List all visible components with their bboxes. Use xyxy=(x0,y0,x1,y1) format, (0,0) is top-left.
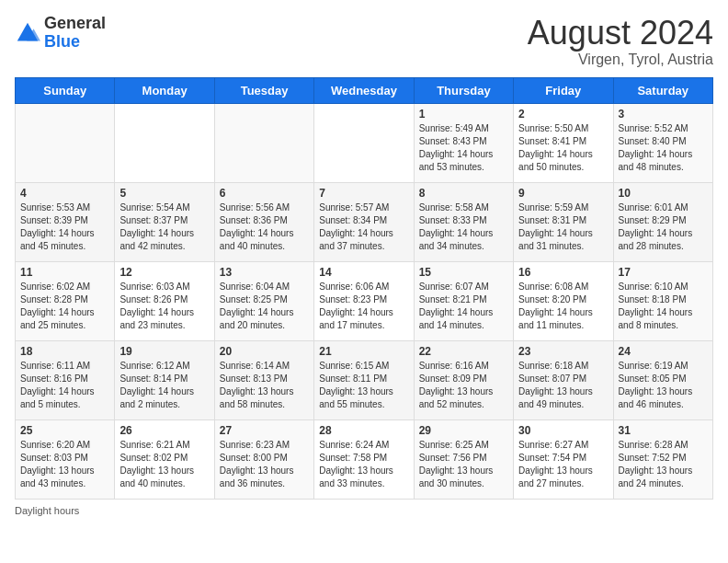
week-row-4: 25Sunrise: 6:20 AM Sunset: 8:03 PM Dayli… xyxy=(16,419,713,499)
week-row-3: 18Sunrise: 6:11 AM Sunset: 8:16 PM Dayli… xyxy=(16,340,713,419)
day-number: 26 xyxy=(119,424,209,437)
day-info: Sunrise: 5:50 AM Sunset: 8:41 PM Dayligh… xyxy=(518,122,608,174)
day-cell: 29Sunrise: 6:25 AM Sunset: 7:56 PM Dayli… xyxy=(414,419,513,499)
daylight-label: Daylight hours xyxy=(15,505,79,516)
day-number: 12 xyxy=(119,266,209,279)
day-cell: 17Sunrise: 6:10 AM Sunset: 8:18 PM Dayli… xyxy=(613,261,712,340)
day-info: Sunrise: 6:25 AM Sunset: 7:56 PM Dayligh… xyxy=(419,439,508,490)
day-info: Sunrise: 6:19 AM Sunset: 8:05 PM Dayligh… xyxy=(619,360,708,411)
week-row-1: 4Sunrise: 5:53 AM Sunset: 8:39 PM Daylig… xyxy=(16,182,713,261)
logo-blue: Blue xyxy=(44,33,106,52)
day-cell xyxy=(115,103,214,182)
day-cell: 27Sunrise: 6:23 AM Sunset: 8:00 PM Dayli… xyxy=(214,419,313,499)
day-info: Sunrise: 6:11 AM Sunset: 8:16 PM Dayligh… xyxy=(20,360,109,411)
day-info: Sunrise: 5:53 AM Sunset: 8:39 PM Dayligh… xyxy=(20,201,109,253)
week-row-2: 11Sunrise: 6:02 AM Sunset: 8:28 PM Dayli… xyxy=(16,261,713,340)
footer: Daylight hours xyxy=(15,505,713,516)
day-cell: 23Sunrise: 6:18 AM Sunset: 8:07 PM Dayli… xyxy=(514,340,613,419)
day-cell: 3Sunrise: 5:52 AM Sunset: 8:40 PM Daylig… xyxy=(613,103,712,182)
day-info: Sunrise: 5:52 AM Sunset: 8:40 PM Dayligh… xyxy=(619,122,708,174)
day-cell: 14Sunrise: 6:06 AM Sunset: 8:23 PM Dayli… xyxy=(314,261,414,340)
day-cell: 25Sunrise: 6:20 AM Sunset: 8:03 PM Dayli… xyxy=(16,419,115,499)
header-sunday: Sunday xyxy=(16,77,115,103)
day-info: Sunrise: 5:56 AM Sunset: 8:36 PM Dayligh… xyxy=(220,201,309,253)
day-info: Sunrise: 5:59 AM Sunset: 8:31 PM Dayligh… xyxy=(518,201,608,253)
day-cell: 19Sunrise: 6:12 AM Sunset: 8:14 PM Dayli… xyxy=(115,340,214,419)
day-number: 24 xyxy=(619,345,708,358)
day-cell xyxy=(214,103,313,182)
header: General Blue August 2024 Virgen, Tyrol, … xyxy=(15,15,713,68)
day-number: 17 xyxy=(619,266,708,279)
day-number: 2 xyxy=(518,108,608,121)
day-number: 3 xyxy=(619,108,708,121)
logo-icon xyxy=(15,20,40,46)
day-number: 15 xyxy=(419,266,508,279)
day-number: 16 xyxy=(518,266,608,279)
logo: General Blue xyxy=(15,15,106,52)
day-number: 23 xyxy=(518,345,608,358)
day-number: 25 xyxy=(20,424,109,437)
day-cell: 28Sunrise: 6:24 AM Sunset: 7:58 PM Dayli… xyxy=(314,419,414,499)
day-number: 11 xyxy=(20,266,109,279)
day-number: 4 xyxy=(20,187,109,200)
day-info: Sunrise: 5:57 AM Sunset: 8:34 PM Dayligh… xyxy=(319,201,408,253)
day-number: 27 xyxy=(220,424,309,437)
header-friday: Friday xyxy=(514,77,613,103)
day-cell: 18Sunrise: 6:11 AM Sunset: 8:16 PM Dayli… xyxy=(16,340,115,419)
day-cell: 30Sunrise: 6:27 AM Sunset: 7:54 PM Dayli… xyxy=(514,419,613,499)
title-section: August 2024 Virgen, Tyrol, Austria xyxy=(528,15,713,68)
day-cell: 31Sunrise: 6:28 AM Sunset: 7:52 PM Dayli… xyxy=(613,419,712,499)
day-number: 1 xyxy=(419,108,508,121)
day-info: Sunrise: 6:28 AM Sunset: 7:52 PM Dayligh… xyxy=(619,439,708,490)
day-number: 10 xyxy=(619,187,708,200)
main-title: August 2024 xyxy=(528,15,713,52)
day-number: 5 xyxy=(119,187,209,200)
day-number: 18 xyxy=(20,345,109,358)
day-info: Sunrise: 6:10 AM Sunset: 8:18 PM Dayligh… xyxy=(619,281,708,332)
header-tuesday: Tuesday xyxy=(214,77,313,103)
header-thursday: Thursday xyxy=(414,77,513,103)
day-cell: 4Sunrise: 5:53 AM Sunset: 8:39 PM Daylig… xyxy=(16,182,115,261)
day-cell: 26Sunrise: 6:21 AM Sunset: 8:02 PM Dayli… xyxy=(115,419,214,499)
day-info: Sunrise: 6:04 AM Sunset: 8:25 PM Dayligh… xyxy=(220,281,309,332)
day-info: Sunrise: 5:49 AM Sunset: 8:43 PM Dayligh… xyxy=(419,122,508,174)
day-cell: 15Sunrise: 6:07 AM Sunset: 8:21 PM Dayli… xyxy=(414,261,513,340)
day-cell: 24Sunrise: 6:19 AM Sunset: 8:05 PM Dayli… xyxy=(613,340,712,419)
day-info: Sunrise: 6:14 AM Sunset: 8:13 PM Dayligh… xyxy=(220,360,309,411)
day-number: 31 xyxy=(619,424,708,437)
day-number: 6 xyxy=(220,187,309,200)
day-number: 28 xyxy=(319,424,408,437)
day-cell: 6Sunrise: 5:56 AM Sunset: 8:36 PM Daylig… xyxy=(214,182,313,261)
day-info: Sunrise: 6:08 AM Sunset: 8:20 PM Dayligh… xyxy=(518,281,608,332)
day-cell: 13Sunrise: 6:04 AM Sunset: 8:25 PM Dayli… xyxy=(214,261,313,340)
day-number: 21 xyxy=(319,345,408,358)
subtitle: Virgen, Tyrol, Austria xyxy=(528,52,713,68)
day-number: 14 xyxy=(319,266,408,279)
logo-general: General xyxy=(44,15,106,33)
day-cell: 20Sunrise: 6:14 AM Sunset: 8:13 PM Dayli… xyxy=(214,340,313,419)
day-number: 19 xyxy=(119,345,209,358)
day-cell: 12Sunrise: 6:03 AM Sunset: 8:26 PM Dayli… xyxy=(115,261,214,340)
day-number: 22 xyxy=(419,345,508,358)
day-info: Sunrise: 6:16 AM Sunset: 8:09 PM Dayligh… xyxy=(419,360,508,411)
day-cell: 9Sunrise: 5:59 AM Sunset: 8:31 PM Daylig… xyxy=(514,182,613,261)
day-cell xyxy=(16,103,115,182)
day-info: Sunrise: 5:58 AM Sunset: 8:33 PM Dayligh… xyxy=(419,201,508,253)
day-number: 8 xyxy=(419,187,508,200)
day-info: Sunrise: 6:23 AM Sunset: 8:00 PM Dayligh… xyxy=(220,439,309,490)
day-info: Sunrise: 6:02 AM Sunset: 8:28 PM Dayligh… xyxy=(20,281,109,332)
day-number: 30 xyxy=(518,424,608,437)
day-number: 7 xyxy=(319,187,408,200)
day-info: Sunrise: 6:18 AM Sunset: 8:07 PM Dayligh… xyxy=(518,360,608,411)
day-cell: 5Sunrise: 5:54 AM Sunset: 8:37 PM Daylig… xyxy=(115,182,214,261)
day-cell: 22Sunrise: 6:16 AM Sunset: 8:09 PM Dayli… xyxy=(414,340,513,419)
day-cell: 1Sunrise: 5:49 AM Sunset: 8:43 PM Daylig… xyxy=(414,103,513,182)
day-info: Sunrise: 6:20 AM Sunset: 8:03 PM Dayligh… xyxy=(20,439,109,490)
day-cell: 21Sunrise: 6:15 AM Sunset: 8:11 PM Dayli… xyxy=(314,340,414,419)
day-cell: 7Sunrise: 5:57 AM Sunset: 8:34 PM Daylig… xyxy=(314,182,414,261)
logo-text: General Blue xyxy=(44,15,106,52)
week-row-0: 1Sunrise: 5:49 AM Sunset: 8:43 PM Daylig… xyxy=(16,103,713,182)
day-cell xyxy=(314,103,414,182)
day-info: Sunrise: 6:06 AM Sunset: 8:23 PM Dayligh… xyxy=(319,281,408,332)
day-info: Sunrise: 6:03 AM Sunset: 8:26 PM Dayligh… xyxy=(119,281,209,332)
